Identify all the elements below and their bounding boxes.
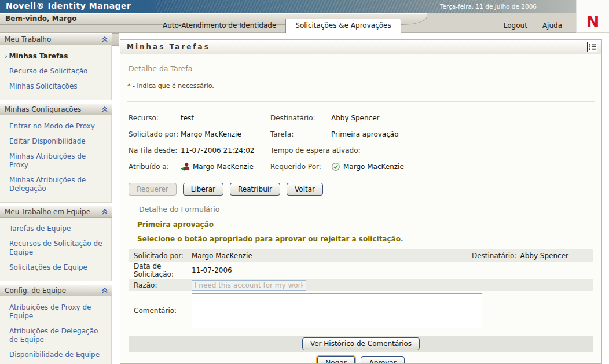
sidebar-nav: Meu Trabalho ›Minhas Tarefas Recurso de … <box>0 33 112 364</box>
double-chevron-up-icon[interactable] <box>101 208 108 215</box>
sidebar-item-my-requests[interactable]: Minhas Solicitações <box>0 79 111 94</box>
tab-requests-approvals[interactable]: Solicitações &e Aprovações <box>285 19 401 33</box>
approve-button[interactable]: Aprovar <box>361 356 404 364</box>
deny-button[interactable]: Negar <box>317 356 354 364</box>
detail-label: Atribuído a: <box>129 159 181 175</box>
comment-textarea[interactable] <box>192 293 482 328</box>
sidebar-section-my-settings: Minhas Configurações Entrar no Modo de P… <box>0 103 112 203</box>
tab-strip: Auto-Atendimento de Identidade Solicitaç… <box>153 19 576 32</box>
requested-by-value: Margo MacKenzie <box>192 252 252 260</box>
help-link[interactable]: Ajuda <box>542 21 562 30</box>
sidebar-item-team-tasks[interactable]: Tarefas de Equipe <box>0 222 111 237</box>
sidebar-section-header[interactable]: Meu Trabalho <box>0 33 112 45</box>
claim-button[interactable]: Requerer <box>129 183 177 196</box>
detail-label: Na Fila desde: <box>129 142 181 159</box>
release-button[interactable]: Liberar <box>183 183 223 196</box>
novell-n-icon: N <box>586 14 600 30</box>
sidebar-item-enter-proxy-mode[interactable]: Entrar no Modo de Proxy <box>0 119 111 134</box>
sidebar-section-items: ›Minhas Tarefas Recurso de Solicitação M… <box>0 45 112 100</box>
detail-value-resource: test <box>181 110 270 126</box>
green-check-circle-icon <box>331 162 340 171</box>
task-actions: Requerer Liberar Reatribuir Voltar <box>129 183 595 196</box>
detail-label: Destinatário: <box>270 110 331 126</box>
form-instruction: Selecione o botão apropriado para aprova… <box>137 235 593 243</box>
form-heading: Primeira aprovação <box>137 220 593 229</box>
view-comment-history-button[interactable]: Ver Histórico de Comentários <box>302 337 420 350</box>
panel-titlebar: Minhas Tarefas <box>120 40 601 54</box>
field-label: Data de Solicitação: <box>134 262 192 278</box>
panel-body: Detalhe da Tarefa * - indica que é neces… <box>120 54 601 364</box>
main-column: Minhas Tarefas Detalhe da Tarefa * - ind… <box>120 39 602 364</box>
detail-label: Recurso: <box>129 110 181 126</box>
detail-label: Solicitado por: <box>129 126 181 142</box>
recipient-pair: Destinatário: Abby Spencer <box>472 252 588 260</box>
double-chevron-up-icon[interactable] <box>101 36 108 43</box>
sidebar-section-header[interactable]: Config. de Equipe <box>0 284 112 296</box>
reassign-button[interactable]: Reatribuir <box>230 183 280 196</box>
panel-title: Minhas Tarefas <box>127 43 587 51</box>
detail-value-recipient: Abby Spencer <box>331 110 595 126</box>
right-arrow-bullet-icon: › <box>5 53 8 60</box>
sidebar-item-my-proxy-assignments[interactable]: Minhas Atribuições de Proxy <box>0 149 111 173</box>
sidebar-section-header[interactable]: Minhas Configurações <box>0 103 112 115</box>
section-title: Meu Trabalho <box>5 35 101 43</box>
section-title: Meu Trabalho em Equipe <box>5 208 101 216</box>
claimed-task-user-icon <box>181 162 190 171</box>
field-label: Comentário: <box>134 307 192 315</box>
sidebar-section-items: Atribuições de Proxy de Equipe Atribuiçõ… <box>0 296 112 364</box>
subheader-strip: Bem-vindo, Margo Auto-Atendimento de Ide… <box>0 13 576 33</box>
recipient-value: Abby Spencer <box>520 252 569 260</box>
double-chevron-up-icon[interactable] <box>101 287 108 294</box>
sidebar-item-team-request-resources[interactable]: Recursos de Solicitação de Equipe <box>0 237 111 260</box>
sidebar-item-edit-availability[interactable]: Editar Disponibilidade <box>0 134 111 149</box>
sidebar-item-team-delegate-assignments[interactable]: Atribuições de Delegação de Equipe <box>0 324 111 348</box>
section-title: Config. de Equipe <box>5 286 101 295</box>
comment-history-bar: Ver Histórico de Comentários <box>129 336 593 352</box>
content-area: Meu Trabalho ›Minhas Tarefas Recurso de … <box>0 33 609 364</box>
sidebar-item-team-proxy-assignments[interactable]: Atribuições de Proxy de Equipe <box>0 300 111 324</box>
detail-label: Tempo de espera ativado: <box>270 142 331 159</box>
sidebar-item-my-delegate-assignments[interactable]: Minhas Atribuições de Delegação <box>0 173 111 197</box>
field-label: Razão: <box>134 281 192 289</box>
current-date: Terça-feira, 11 de Julho de 2006 <box>440 3 537 10</box>
back-button[interactable]: Voltar <box>287 183 323 196</box>
portlet-options-grid-icon[interactable] <box>587 42 597 52</box>
sidebar-section-items: Entrar no Modo de Proxy Editar Disponibi… <box>0 115 112 203</box>
sidebar-divider-handle[interactable] <box>112 33 119 46</box>
sidebar-item-label: Minhas Tarefas <box>9 52 68 60</box>
top-branding-bar: Novell® Identity Manager Terça-feira, 11… <box>0 0 576 13</box>
form-detail-fieldset: Detalhe do Formulário Primeira aprovação… <box>129 205 593 364</box>
task-details-grid: Recurso: test Destinatário: Abby Spencer… <box>129 110 595 175</box>
approve-deny-row: Negar Aprovar <box>129 356 593 364</box>
detail-label: Tarefa: <box>270 126 331 142</box>
assigned-to-name: Margo MacKenzie <box>193 163 254 171</box>
detail-value-requested-by: Margo MacKenzie <box>181 126 270 142</box>
welcome-text: Bem-vindo, Margo <box>5 14 77 23</box>
request-date-value: 11-07-2006 <box>192 266 232 274</box>
form-row-requested-by: Solicitado por: Margo MacKenzie Destinat… <box>129 249 593 262</box>
reason-input[interactable] <box>192 280 306 291</box>
double-chevron-up-icon[interactable] <box>101 106 108 113</box>
detail-value-in-queue-since: 11-07-2006 21:24:02 <box>181 142 270 159</box>
detail-label: Requerido Por: <box>270 159 331 175</box>
task-detail-subtitle: Detalhe da Tarefa <box>129 64 595 73</box>
app-window: Novell® Identity Manager Terça-feira, 11… <box>0 0 609 364</box>
section-title: Minhas Configurações <box>5 105 101 113</box>
sidebar-item-team-availability[interactable]: Disponibilidade de Equipe <box>0 348 111 363</box>
sidebar-item-team-requests[interactable]: Solicitações de Equipe <box>0 260 111 275</box>
sidebar-section-header[interactable]: Meu Trabalho em Equipe <box>0 205 112 218</box>
logout-link[interactable]: Logout <box>504 21 527 30</box>
sidebar-item-request-resource[interactable]: Recurso de Solicitação <box>0 64 111 79</box>
sidebar-item-my-tasks[interactable]: ›Minhas Tarefas <box>0 49 111 64</box>
detail-value-claimed-by: Margo MacKenzie <box>331 159 595 175</box>
novell-logo: N <box>576 0 609 33</box>
tab-identity-self-service[interactable]: Auto-Atendimento de Identidade <box>153 19 285 32</box>
detail-value-assigned-to: Margo MacKenzie <box>181 159 270 175</box>
header-links: Logout Ajuda <box>504 21 576 32</box>
field-label: Solicitado por: <box>134 252 192 260</box>
detail-value-task: Primeira aprovação <box>331 126 595 142</box>
sidebar-section-my-team-work: Meu Trabalho em Equipe Tarefas de Equipe… <box>0 205 112 281</box>
sidebar-section-my-work: Meu Trabalho ›Minhas Tarefas Recurso de … <box>0 33 112 100</box>
sidebar-section-team-settings: Config. de Equipe Atribuições de Proxy d… <box>0 284 112 364</box>
required-note: * - indica que é necessário. <box>127 82 595 90</box>
